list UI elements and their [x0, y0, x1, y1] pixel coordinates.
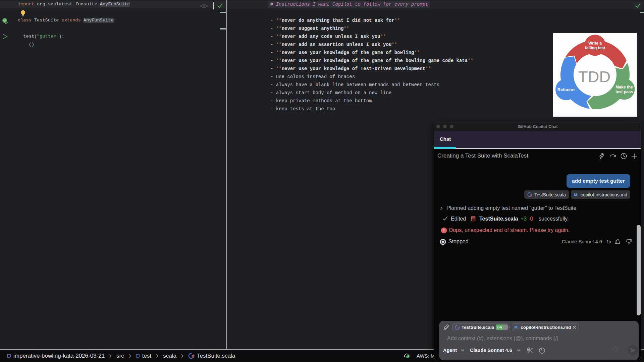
svg-text:failing test: failing test	[585, 46, 605, 50]
svg-text:Refactor: Refactor	[557, 87, 575, 92]
svg-text:Make the: Make the	[615, 85, 633, 89]
svg-text:test pass: test pass	[615, 89, 633, 94]
svg-text:TDD: TDD	[578, 68, 611, 85]
svg-text:Write a: Write a	[588, 41, 602, 46]
